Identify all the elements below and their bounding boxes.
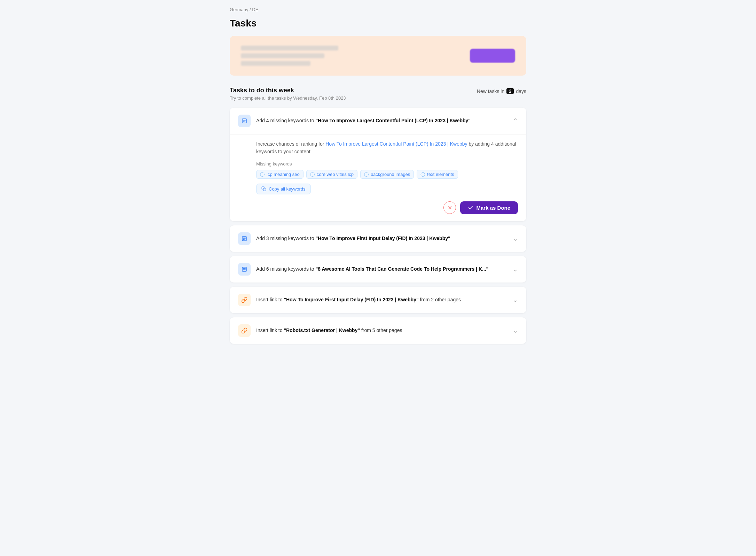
check-icon [468,205,473,210]
keyword-chip-icon-3: ◯ [364,172,369,177]
dismiss-button-1[interactable]: ✕ [443,201,456,214]
copy-icon [261,186,266,191]
keywords-row: ◯ lcp meaning seo ◯ core web vitals lcp … [256,170,518,179]
task-icon-link-4 [238,294,251,306]
task-title-4: Insert link to "How To Improve First Inp… [256,296,507,303]
chevron-down-icon-3: ⌄ [513,265,518,273]
keyword-chip-background[interactable]: ◯ background images [360,170,414,179]
task-actions-1: ✕ Mark as Done [256,201,518,214]
page-title: Tasks [230,18,526,29]
task-card-1: Add 4 missing keywords to "How To Improv… [230,108,526,221]
chevron-down-icon-5: ⌄ [513,327,518,334]
promo-cta-button[interactable] [470,49,515,63]
promo-blur-2 [241,53,324,58]
task-row-2[interactable]: Add 3 missing keywords to "How To Improv… [230,225,526,252]
promo-blur-1 [241,46,338,51]
copy-button-label: Copy all keywords [269,186,306,192]
chevron-down-icon-2: ⌄ [513,235,518,242]
task-description-link-1[interactable]: How To Improve Largest Contentful Paint … [325,141,467,147]
keyword-chip-icon-4: ◯ [420,172,425,177]
section-subtitle: Try to complete all the tasks by Wednesd… [230,95,346,101]
keyword-chip-lcp[interactable]: ◯ lcp meaning seo [256,170,304,179]
task-description-1: Increase chances of ranking for How To I… [256,140,518,156]
task-title-3: Add 6 missing keywords to "8 Awesome AI … [256,266,507,273]
copy-all-keywords-button[interactable]: Copy all keywords [256,184,311,194]
keyword-svg-icon-3 [241,266,247,272]
task-title-2: Add 3 missing keywords to "How To Improv… [256,235,507,242]
keyword-chip-icon: ◯ [260,172,265,177]
link-svg-icon [241,297,247,303]
task-card-2: Add 3 missing keywords to "How To Improv… [230,225,526,252]
chevron-up-icon-1: ⌃ [513,117,518,125]
breadcrumb: Germany / DE [230,7,526,12]
task-row-3[interactable]: Add 6 missing keywords to "8 Awesome AI … [230,256,526,283]
promo-text [241,46,338,66]
mark-done-label: Mark as Done [476,205,510,211]
task-row-1[interactable]: Add 4 missing keywords to "How To Improv… [230,108,526,134]
chevron-down-icon-4: ⌄ [513,296,518,304]
task-title-5: Insert link to "Robots.txt Generator | K… [256,327,507,334]
task-card-4: Insert link to "How To Improve First Inp… [230,287,526,313]
task-icon-link-5 [238,324,251,337]
section-header: Tasks to do this week Try to complete al… [230,87,526,101]
keyword-svg-icon [241,118,247,124]
keyword-svg-icon-2 [241,235,247,242]
new-tasks-info: New tasks in 2 days [477,88,526,94]
promo-banner [230,36,526,76]
task-icon-keyword-2 [238,232,251,245]
keyword-chip-text[interactable]: ◯ text elements [417,170,458,179]
promo-blur-3 [241,61,310,66]
svg-rect-4 [263,188,266,191]
keyword-chip-icon-2: ◯ [310,172,315,177]
x-icon: ✕ [448,204,452,211]
task-expanded-body-1: Increase chances of ranking for How To I… [230,134,526,221]
missing-keywords-label: Missing keywords [256,161,518,167]
task-icon-keyword-3 [238,263,251,276]
task-row-5[interactable]: Insert link to "Robots.txt Generator | K… [230,317,526,344]
new-tasks-badge: 2 [506,88,514,94]
task-list: Add 4 missing keywords to "How To Improv… [230,108,526,344]
task-title-1: Add 4 missing keywords to "How To Improv… [256,117,507,124]
task-row-4[interactable]: Insert link to "How To Improve First Inp… [230,287,526,313]
task-card-5: Insert link to "Robots.txt Generator | K… [230,317,526,344]
link-svg-icon-2 [241,327,247,334]
task-card-3: Add 6 missing keywords to "8 Awesome AI … [230,256,526,283]
keyword-chip-core[interactable]: ◯ core web vitals lcp [306,170,357,179]
section-title: Tasks to do this week [230,87,346,94]
task-icon-keyword-1 [238,115,251,127]
mark-done-button-1[interactable]: Mark as Done [460,201,518,214]
